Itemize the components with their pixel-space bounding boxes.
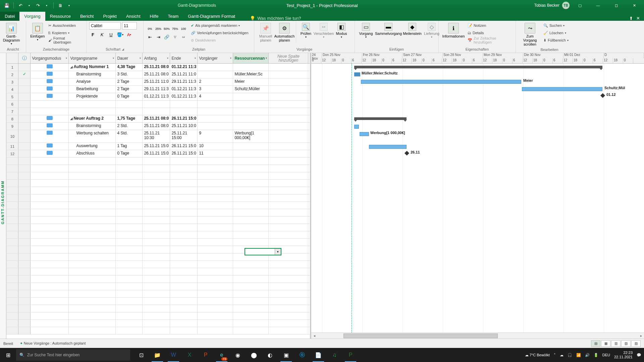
cell-res[interactable]: Müller;Meier;Sc [233, 71, 269, 78]
table-row-empty[interactable] [6, 268, 310, 276]
tray-onedrive-icon[interactable]: ☁ [560, 353, 564, 357]
cell-name[interactable]: Auswertung [69, 143, 116, 150]
progress-50-button[interactable]: 50% [163, 25, 170, 33]
cell-mode[interactable] [31, 123, 69, 130]
cell-ind[interactable] [18, 86, 31, 93]
cell-new[interactable] [269, 115, 308, 122]
view-gantt-button[interactable]: ▤ [591, 340, 600, 347]
cell-name[interactable]: Analyse [69, 78, 116, 85]
paste-button[interactable]: 📋 Einfügen ▾ [29, 22, 46, 42]
user-avatar[interactable]: TB [562, 2, 570, 9]
gantt-bar-bearbeitung[interactable] [522, 87, 602, 91]
tab-ressource[interactable]: Ressource [45, 12, 75, 21]
row-number[interactable]: 8 [6, 115, 18, 122]
cell-mode[interactable] [31, 115, 69, 122]
cell-dur[interactable]: 2 Std. [116, 123, 143, 130]
scroll-to-task-button[interactable]: ⤳Zum Vorgang scrollen [519, 22, 541, 47]
tab-projekt[interactable]: Projekt [98, 12, 121, 21]
cell-ind[interactable]: ✓ [18, 71, 31, 78]
cell-end[interactable]: 25.11.21 10:0 [170, 123, 198, 130]
tray-language[interactable]: DEU [602, 353, 610, 357]
undo-dd[interactable]: ▾ [26, 2, 33, 9]
table-row-empty[interactable] [6, 202, 310, 209]
cell-dropdown-icon[interactable]: ▾ [275, 249, 281, 255]
gantt-horizontal-scrollbar[interactable]: ◂ ▸ [311, 333, 644, 339]
collapse-icon[interactable]: ◢ [70, 65, 73, 69]
table-row-empty[interactable] [6, 327, 310, 335]
table-row[interactable]: 3Analyse2 Tage25.11.21 11:029.11.21 11:3… [6, 78, 310, 86]
redo-dd[interactable]: ▾ [43, 2, 50, 9]
table-row-empty[interactable] [6, 276, 310, 283]
table-row-empty[interactable] [6, 172, 310, 180]
cell-name[interactable]: ◢Neuer Auftrag 2 [69, 115, 116, 122]
clear-button[interactable]: 🧹Löschen▾ [543, 29, 569, 36]
cell-dur[interactable]: 4 Std. [116, 130, 143, 142]
table-row-empty[interactable] [6, 290, 310, 298]
cell-res[interactable] [233, 93, 269, 100]
cell-end[interactable]: 01.12.21 11:3 [170, 64, 198, 71]
qat-customize[interactable]: ▾ [66, 2, 72, 9]
tab-bericht[interactable]: Bericht [75, 12, 98, 21]
cell-name[interactable]: Projektende [69, 93, 116, 100]
cell-new[interactable] [269, 150, 308, 157]
view-resource-button[interactable]: ▧ [621, 340, 631, 347]
cell-end[interactable]: 25.11.21 15:00 [170, 130, 198, 142]
row-number[interactable]: 1 [6, 64, 18, 71]
obs-icon[interactable]: ⬤ [246, 348, 262, 362]
table-row[interactable]: 10Werbung schalten4 Std.25.11.21 10:3025… [6, 130, 310, 143]
cell-pred[interactable]: 11 [198, 150, 233, 157]
table-row-empty[interactable] [6, 239, 310, 246]
tab-ansicht[interactable]: Ansicht [121, 12, 145, 21]
cell-start[interactable]: 25.11.21 10:30 [143, 130, 170, 142]
tray-wifi-icon[interactable]: 📶 [576, 353, 581, 357]
fill-color-button[interactable]: 🪣▾ [116, 31, 124, 38]
word-icon[interactable]: W [166, 348, 181, 362]
cell-pred[interactable]: 9 [198, 130, 233, 142]
cell-pred[interactable]: 10 [198, 143, 233, 150]
cell-ind[interactable] [18, 93, 31, 100]
cell-dur[interactable]: 2 Tage [116, 78, 143, 85]
respect-links-button[interactable]: 🔗Verknüpfungen berücksichtigen [190, 29, 249, 36]
view-report-button[interactable]: ▨ [631, 340, 641, 347]
save-icon[interactable]: 💾 [3, 2, 10, 9]
gantt-summary-2[interactable] [354, 117, 407, 120]
cell-ind[interactable] [18, 130, 31, 142]
table-row-empty[interactable] [6, 305, 310, 312]
redo-icon[interactable]: ↷ [35, 2, 41, 9]
cell-ind[interactable] [18, 115, 31, 122]
details-button[interactable]: 🗂Details [467, 29, 513, 36]
table-row[interactable]: 7 [6, 108, 310, 115]
cell-new[interactable] [269, 71, 308, 78]
table-row-empty[interactable] [6, 283, 310, 290]
tab-vorgang[interactable]: Vorgang [19, 12, 45, 21]
table-row[interactable]: 11Auswertung1 Tag25.11.21 15:026.11.21 1… [6, 143, 310, 150]
cell-dur[interactable]: 1 Tag [116, 143, 143, 150]
gantt-milestone-projektende[interactable] [600, 93, 605, 98]
cell-pred[interactable] [198, 115, 233, 122]
table-row[interactable]: 2✓Brainstorming3 Std.25.11.21 08:025.11.… [6, 71, 310, 78]
cell-ind[interactable] [18, 78, 31, 85]
information-button[interactable]: ℹInformationen [441, 22, 466, 39]
table-row-empty[interactable] [6, 320, 310, 327]
view-usage-button[interactable]: ▦ [601, 340, 610, 347]
ribbon-options-icon[interactable]: ▢ [572, 0, 588, 11]
insert-task-button[interactable]: ▭Vorgang▾ [358, 22, 374, 39]
bold-button[interactable]: F [89, 31, 97, 38]
cell-start[interactable]: 01.12.21 11:3 [143, 93, 170, 100]
cell-pred[interactable] [198, 123, 233, 130]
gantt-view-button[interactable]: 📊 Gantt- Diagramm ▾ [3, 22, 20, 46]
unlink-button[interactable]: ⑂ [171, 33, 179, 41]
insert-deliverable-button[interactable]: ◇Lieferung▾ [423, 22, 440, 39]
edge-legacy-icon[interactable]: e73 [214, 348, 229, 362]
indent-button[interactable]: ⇥ [155, 33, 162, 41]
col-resources[interactable]: Ressourcennan▾ [233, 53, 269, 63]
table-row[interactable]: 9Brainstorming2 Std.25.11.21 08:025.11.2… [6, 123, 310, 130]
italic-button[interactable]: K [98, 31, 106, 38]
table-row-empty[interactable] [6, 180, 310, 187]
cell-pred[interactable]: 3 [198, 86, 233, 93]
cell-res[interactable]: Schultz;Müller [233, 86, 269, 93]
copy-button[interactable]: ⎘Kopieren▾ [48, 29, 84, 36]
cell-pred[interactable] [198, 64, 233, 71]
cell-res[interactable] [233, 150, 269, 157]
table-row-empty[interactable] [6, 158, 310, 165]
